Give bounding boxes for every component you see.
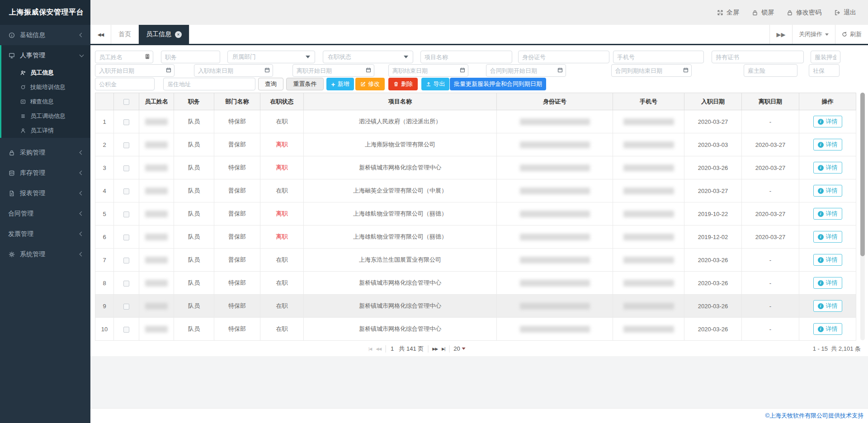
- employment-status-select[interactable]: 在职状态: [323, 51, 413, 63]
- lock-icon: [752, 9, 758, 16]
- hire-start-date-input[interactable]: [95, 64, 175, 77]
- close-operations-dropdown[interactable]: 关闭操作: [792, 25, 835, 44]
- detail-button[interactable]: i 详情: [813, 323, 842, 335]
- scroll-tabs-right-button[interactable]: ▶▶: [769, 25, 792, 44]
- close-tab-icon[interactable]: ×: [175, 31, 182, 38]
- detail-button[interactable]: i 详情: [813, 208, 842, 220]
- delete-button[interactable]: 删除: [388, 78, 418, 90]
- export-button[interactable]: 导出: [421, 78, 449, 90]
- sidebar-item-system[interactable]: 系统管理: [0, 244, 90, 264]
- leave-start-date-input[interactable]: [292, 64, 374, 77]
- sidebar-item-employee-transfer[interactable]: 员工调动信息: [1, 109, 90, 123]
- select-all-checkbox[interactable]: [123, 99, 129, 105]
- record-range-summary: 1 - 15 共 2,101 条: [813, 345, 868, 353]
- certificate-input[interactable]: [712, 51, 804, 63]
- detail-button[interactable]: i 详情: [813, 116, 842, 127]
- sidebar-item-contracts[interactable]: 合同管理: [0, 203, 90, 224]
- leave-end-date-input[interactable]: [388, 64, 468, 77]
- job-title-input[interactable]: [161, 51, 220, 63]
- fullscreen-button[interactable]: 全屏: [717, 9, 739, 17]
- row-checkbox[interactable]: [123, 235, 129, 240]
- query-button[interactable]: 查询: [258, 78, 283, 90]
- page-size-select[interactable]: 20: [453, 345, 465, 352]
- refresh-button[interactable]: 刷新: [835, 25, 868, 44]
- info-icon: i: [818, 257, 824, 263]
- id-number-input[interactable]: [518, 51, 609, 63]
- detail-button[interactable]: i 详情: [813, 300, 842, 312]
- redacted-name: [145, 118, 168, 125]
- batch-update-button[interactable]: 批量更新服装押金和合同到期日期: [450, 78, 546, 90]
- row-checkbox[interactable]: [123, 258, 129, 263]
- sidebar-item-inspection-info[interactable]: 稽查信息: [1, 94, 90, 109]
- employee-name-input[interactable]: [95, 51, 153, 63]
- lock-screen-button[interactable]: 锁屏: [752, 9, 774, 17]
- leave-date-cell: 2020-03-27: [742, 133, 799, 156]
- row-checkbox[interactable]: [123, 165, 129, 171]
- row-number: 10: [95, 318, 114, 341]
- sidebar-item-employee-info[interactable]: 员工信息: [1, 66, 90, 80]
- sidebar-item-hr-management[interactable]: 人事管理: [1, 45, 90, 66]
- department-cell: 特保部: [214, 272, 260, 295]
- table-row: 3 队员 特保部 离职 新桥镇城市网格化综合管理中心 2020-03-26 20…: [95, 156, 856, 179]
- add-button[interactable]: +新增: [326, 78, 354, 90]
- sidebar-item-purchase[interactable]: 采购管理: [0, 142, 90, 163]
- logout-button[interactable]: 退出: [834, 9, 856, 17]
- col-leave-date: 离职日期: [742, 93, 799, 110]
- vertical-scrollbar[interactable]: [860, 93, 865, 340]
- project-name-input[interactable]: [420, 51, 512, 63]
- detail-button[interactable]: i 详情: [813, 139, 842, 150]
- employee-name-cell: [139, 202, 174, 226]
- detail-button[interactable]: i 详情: [813, 185, 842, 197]
- project-cell: 新桥镇城市网格化综合管理中心: [304, 295, 497, 318]
- sidebar: 上海振威保安管理平台 基础信息 人事管理 员工信息 技能培训信息: [0, 0, 90, 423]
- scroll-tabs-left-button[interactable]: ◀◀: [90, 25, 111, 44]
- project-cell: 泗泾镇人民政府（泗泾派出所）: [304, 110, 497, 133]
- row-checkbox[interactable]: [123, 304, 129, 310]
- employment-status: 离职: [260, 133, 304, 156]
- first-page-button[interactable]: |◀: [368, 347, 372, 351]
- scrollbar-thumb[interactable]: [860, 93, 865, 256]
- row-checkbox[interactable]: [123, 281, 129, 287]
- phone-number-input[interactable]: [613, 51, 704, 63]
- row-checkbox[interactable]: [123, 188, 129, 194]
- social-insurance-input[interactable]: [809, 64, 840, 77]
- sidebar-item-inventory[interactable]: 库存管理: [0, 163, 90, 183]
- sidebar-item-employee-detail[interactable]: 员工详情: [1, 123, 90, 138]
- job-title-cell: 队员: [174, 272, 214, 295]
- detail-button[interactable]: i 详情: [813, 162, 842, 174]
- employer-insurance-input[interactable]: [744, 64, 797, 77]
- table-row: 1 队员 特保部 在职 泗泾镇人民政府（泗泾派出所） 2020-03-27 - …: [95, 110, 856, 133]
- info-icon: i: [818, 188, 824, 194]
- hire-end-date-input[interactable]: [194, 64, 273, 77]
- current-page[interactable]: 1: [390, 345, 395, 352]
- sidebar-item-reports[interactable]: 报表管理: [0, 183, 90, 203]
- previous-page-button[interactable]: ◀◀: [376, 347, 381, 351]
- sidebar-item-basic-info[interactable]: 基础信息: [0, 25, 90, 45]
- detail-button[interactable]: i 详情: [813, 277, 842, 289]
- modify-button[interactable]: 修改: [355, 78, 385, 90]
- last-page-button[interactable]: ▶|: [442, 347, 445, 351]
- department-select[interactable]: 所属部门: [227, 51, 315, 63]
- contract-expiry-end-input[interactable]: [611, 64, 692, 77]
- tech-support-link[interactable]: ©上海天牧软件有限公司提供技术支持: [765, 412, 863, 420]
- row-checkbox[interactable]: [123, 119, 129, 125]
- detail-button[interactable]: i 详情: [813, 231, 842, 243]
- sidebar-item-invoices[interactable]: 发票管理: [0, 224, 90, 244]
- housing-fund-input[interactable]: [95, 78, 155, 90]
- tab-home[interactable]: 首页: [111, 25, 139, 44]
- next-page-button[interactable]: ▶▶: [432, 347, 438, 351]
- address-input[interactable]: [163, 78, 255, 90]
- row-checkbox[interactable]: [123, 142, 129, 148]
- hire-date-cell: 2019-12-02: [684, 226, 742, 249]
- uniform-deposit-input[interactable]: [811, 51, 840, 63]
- row-checkbox[interactable]: [123, 327, 129, 333]
- contract-expiry-start-input[interactable]: [486, 64, 566, 77]
- actions-cell: i 详情: [799, 318, 856, 341]
- sidebar-item-skill-training[interactable]: 技能培训信息: [1, 80, 90, 94]
- row-checkbox[interactable]: [123, 212, 129, 217]
- detail-button[interactable]: i 详情: [813, 254, 842, 266]
- table-row: 10 队员 特保部 在职 新桥镇城市网格化综合管理中心 2020-03-26 -…: [95, 318, 856, 341]
- change-password-button[interactable]: 修改密码: [787, 9, 821, 17]
- reset-button[interactable]: 重置条件: [286, 78, 324, 90]
- tab-employee-info[interactable]: 员工信息 ×: [139, 25, 189, 44]
